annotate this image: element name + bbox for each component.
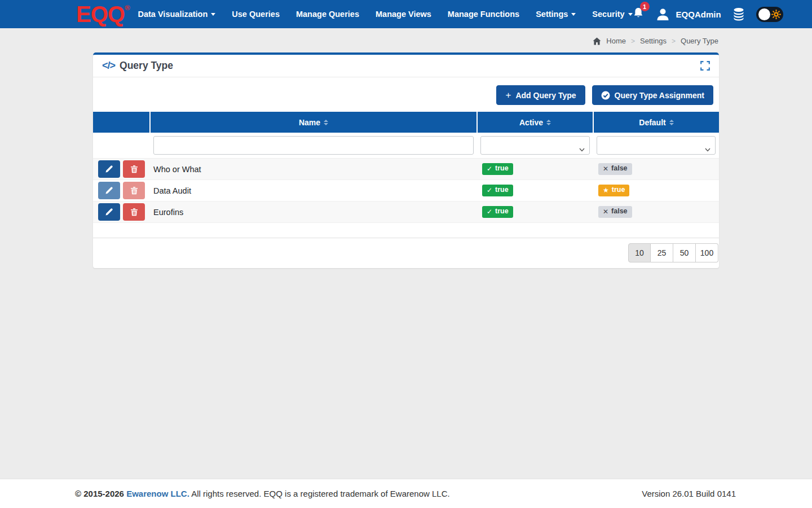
name-column-header[interactable]: Name — [150, 112, 477, 133]
page-size-10[interactable]: 10 — [628, 243, 651, 262]
default-column-header[interactable]: Default — [593, 112, 719, 133]
nav-item-manage-views[interactable]: Manage Views — [376, 10, 431, 19]
table-row: Who or What ✓ true ✕ false — [93, 159, 719, 180]
nav-label: Manage Queries — [296, 10, 359, 19]
breadcrumb-home[interactable]: Home — [606, 37, 626, 45]
notifications-button[interactable]: 1 — [633, 7, 644, 21]
edit-button[interactable] — [98, 160, 120, 178]
check-icon: ✓ — [487, 208, 492, 215]
rights-text: All rights reserved. EQQ is a registered… — [191, 489, 450, 498]
card-header: </> Query Type — [93, 55, 719, 77]
database-icon — [732, 7, 745, 21]
navbar-right-cluster: 1 EQQAdmin — [633, 7, 783, 22]
logo-text: EQQ — [76, 3, 125, 25]
trash-icon — [130, 186, 138, 195]
trash-icon — [130, 165, 138, 173]
cross-icon: ✕ — [603, 208, 608, 215]
user-menu[interactable]: EQQAdmin — [655, 7, 721, 22]
nav-label: Security — [592, 10, 624, 19]
toggle-knob — [758, 8, 770, 20]
username-label: EQQAdmin — [676, 10, 721, 19]
check-icon: ✓ — [487, 165, 492, 172]
nav-label: Manage Views — [376, 10, 431, 19]
table-row: Data Audit ✓ true ★ true — [93, 180, 719, 202]
active-badge: ✓ true — [482, 163, 513, 175]
caret-down-icon — [211, 13, 215, 16]
default-badge: ✕ false — [598, 206, 632, 218]
edit-button-disabled[interactable] — [98, 182, 120, 199]
main-nav: Data Visualization Use Queries Manage Qu… — [138, 10, 633, 19]
delete-button-disabled[interactable] — [123, 182, 145, 199]
query-type-assignment-label: Query Type Assignment — [615, 91, 704, 100]
star-icon: ★ — [603, 187, 609, 194]
card-footer: 10 25 50 100 — [93, 238, 719, 268]
sort-icon[interactable] — [669, 120, 674, 125]
version-label: Version 26.01 Build 0141 — [642, 489, 736, 498]
nav-item-settings[interactable]: Settings — [536, 10, 576, 19]
active-value: true — [495, 165, 509, 173]
caret-down-icon — [628, 13, 633, 16]
nav-label: Settings — [536, 10, 568, 19]
table-spacer — [93, 223, 719, 238]
sort-icon[interactable] — [546, 120, 551, 125]
page-size-100[interactable]: 100 — [696, 243, 718, 262]
breadcrumb-settings[interactable]: Settings — [640, 37, 667, 45]
add-query-type-button[interactable]: + Add Query Type — [496, 85, 585, 105]
name-filter-input[interactable] — [153, 136, 474, 155]
check-icon: ✓ — [487, 187, 492, 194]
nav-item-use-queries[interactable]: Use Queries — [232, 10, 280, 19]
home-icon — [593, 37, 601, 45]
sun-icon — [771, 10, 781, 19]
copyright-text: © 2015-2026 Ewarenow LLC. All rights res… — [75, 489, 450, 498]
nav-item-data-visualization[interactable]: Data Visualization — [138, 10, 216, 19]
breadcrumb-current: Query Type — [681, 37, 718, 45]
notification-count-badge: 1 — [640, 2, 650, 11]
page-size-25[interactable]: 25 — [651, 243, 673, 262]
page-footer: © 2015-2026 Ewarenow LLC. All rights res… — [0, 479, 812, 508]
table-header-row: Name Active Default — [93, 112, 719, 133]
nav-label: Manage Functions — [448, 10, 519, 19]
app-logo[interactable]: EQQ® — [76, 3, 130, 25]
code-icon: </> — [102, 60, 115, 72]
edit-button[interactable] — [98, 203, 120, 221]
theme-toggle[interactable] — [756, 7, 783, 22]
pencil-icon — [105, 165, 113, 173]
active-badge: ✓ true — [482, 185, 513, 196]
page-size-50[interactable]: 50 — [673, 243, 696, 262]
nav-item-security[interactable]: Security — [592, 10, 632, 19]
query-type-table: Name Active Default — [93, 112, 719, 223]
default-filter-select[interactable] — [597, 136, 716, 155]
page-size-selector: 10 25 50 100 — [628, 243, 718, 262]
query-type-name: Data Audit — [150, 180, 477, 202]
top-navbar: EQQ® Data Visualization Use Queries Mana… — [0, 0, 812, 28]
default-column-label: Default — [639, 118, 665, 127]
delete-button[interactable] — [123, 203, 145, 221]
breadcrumb: Home > Settings > Query Type — [0, 28, 812, 45]
default-badge: ★ true — [598, 185, 629, 196]
active-filter-select[interactable] — [480, 136, 590, 155]
database-button[interactable] — [732, 7, 745, 21]
add-query-type-label: Add Query Type — [515, 91, 576, 100]
trash-icon — [130, 208, 138, 216]
active-value: true — [495, 208, 509, 216]
filter-row — [93, 133, 719, 159]
page-title: </> Query Type — [102, 60, 173, 72]
active-column-header[interactable]: Active — [477, 112, 593, 133]
sort-icon[interactable] — [324, 120, 328, 125]
active-column-label: Active — [519, 118, 543, 127]
filter-empty-cell — [93, 133, 150, 159]
plus-icon: + — [505, 90, 511, 100]
query-type-name: Eurofins — [150, 202, 477, 223]
nav-item-manage-functions[interactable]: Manage Functions — [448, 10, 519, 19]
breadcrumb-separator: > — [631, 37, 635, 45]
default-value: false — [611, 208, 628, 216]
company-link[interactable]: Ewarenow LLC. — [126, 489, 189, 498]
page-title-text: Query Type — [120, 60, 173, 72]
expand-button[interactable] — [699, 60, 711, 72]
nav-item-manage-queries[interactable]: Manage Queries — [296, 10, 359, 19]
query-type-assignment-button[interactable]: Query Type Assignment — [592, 85, 713, 105]
pencil-icon — [105, 208, 113, 216]
active-badge: ✓ true — [482, 206, 513, 218]
delete-button[interactable] — [123, 160, 145, 178]
copyright-years: © 2015-2026 — [75, 489, 124, 498]
